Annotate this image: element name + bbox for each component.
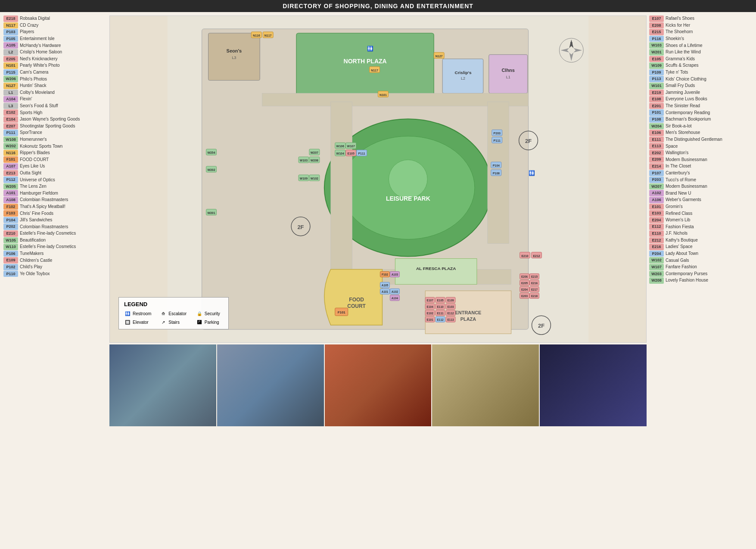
dir-badge: A104 xyxy=(3,96,18,102)
left-dir-item: W105Beautification xyxy=(3,237,107,244)
svg-text:W207: W207 xyxy=(311,151,318,154)
svg-text:AL FRESCA PLAZA: AL FRESCA PLAZA xyxy=(416,266,456,271)
dir-badge: E207 xyxy=(3,123,18,130)
dir-badge: E219 xyxy=(649,90,664,96)
legend-elevator-label: Elevator xyxy=(133,320,149,325)
dir-badge: E210 xyxy=(3,230,18,237)
svg-rect-5 xyxy=(296,33,434,102)
left-dir-item: P115Cam's Camera xyxy=(3,69,107,76)
dir-badge: W110 xyxy=(3,244,18,250)
dir-store-name: Gromin's xyxy=(666,204,683,210)
right-dir-item: A106Weber's Garments xyxy=(649,197,753,203)
right-dir-item: P116Shoekin's xyxy=(649,36,753,42)
dir-badge: L2 xyxy=(3,49,18,56)
left-dir-item: W108Homerunner's xyxy=(3,136,107,143)
dir-badge: E109 xyxy=(3,257,18,264)
left-dir-item: W205The Lens Zen xyxy=(3,183,107,190)
left-dir-item: W202Kokonutz Sports Town xyxy=(3,143,107,149)
svg-text:E210: E210 xyxy=(521,254,528,257)
dir-store-name: Robsaka Digital xyxy=(20,16,50,22)
svg-text:E102: E102 xyxy=(427,312,434,315)
svg-rect-20 xyxy=(331,102,352,273)
dir-badge: P106 xyxy=(3,251,18,257)
legend-box: LEGEND 🚻 Restroom ⟰ Escalator 🔒 Security xyxy=(118,297,229,329)
svg-point-16 xyxy=(389,160,427,199)
svg-text:P203: P203 xyxy=(494,132,501,135)
dir-badge: W208 xyxy=(649,277,664,284)
svg-text:E206: E206 xyxy=(521,275,528,278)
dir-store-name: Tyke n' Tots xyxy=(666,69,688,75)
dir-badge: A108 xyxy=(3,197,18,203)
dir-badge: E105 xyxy=(649,56,664,62)
svg-text:E112: E112 xyxy=(437,318,444,321)
right-dir-item: W203Contemporary Purses xyxy=(649,271,753,277)
dir-badge: P204 xyxy=(649,251,664,257)
right-dir-item: W101Small Fry Duds xyxy=(649,83,753,89)
svg-text:W104: W104 xyxy=(336,152,344,155)
dir-badge: E102 xyxy=(3,109,18,116)
right-dir-item: E111The Distinguished Gentleman xyxy=(649,136,753,143)
dir-badge: W205 xyxy=(3,183,18,190)
svg-text:NORTH PLAZA: NORTH PLAZA xyxy=(344,58,387,65)
dir-badge: E213 xyxy=(3,170,18,177)
restroom-icon: 🚻 xyxy=(124,310,131,317)
legend-escalator-label: Escalator xyxy=(168,311,187,316)
dir-badge: A107 xyxy=(3,163,18,170)
dir-badge: A101 xyxy=(3,190,18,196)
dir-store-name: Entertainment Isle xyxy=(20,36,55,42)
right-dir-item: E101Gromin's xyxy=(649,204,753,210)
dir-store-name: TuneMakers xyxy=(20,251,44,257)
svg-text:2F: 2F xyxy=(538,323,544,329)
right-dir-item: E214In The Closet xyxy=(649,163,753,170)
dir-badge: A106 xyxy=(649,197,664,203)
left-dir-item: E213Outta Sight xyxy=(3,170,107,177)
svg-text:W107: W107 xyxy=(347,145,355,148)
dir-badge: P115 xyxy=(3,69,18,76)
svg-text:E105: E105 xyxy=(437,299,444,302)
svg-text:E107: E107 xyxy=(427,299,434,302)
left-dir-item: E102Sports High xyxy=(3,109,107,116)
left-dir-item: L1Colby's Movieland xyxy=(3,90,107,96)
svg-text:🚻: 🚻 xyxy=(529,170,535,176)
dir-badge: F102 xyxy=(3,204,18,210)
right-dir-item: W103Shoes of a Lifetime xyxy=(649,42,753,49)
right-dir-item: E113Space xyxy=(649,143,753,149)
left-dir-item: P104Jill's Sandwiches xyxy=(3,217,107,223)
svg-text:W103: W103 xyxy=(300,159,308,162)
svg-text:LEISURE PARK: LEISURE PARK xyxy=(386,195,430,202)
dir-badge: E205 xyxy=(3,56,18,62)
dir-badge: E202 xyxy=(649,150,664,156)
dir-badge: P102 xyxy=(3,264,18,270)
svg-text:FOOD: FOOD xyxy=(349,297,364,303)
left-dir-item: N117CD Crazy xyxy=(3,22,107,29)
left-dir-item: E205Ned's Knicknackery xyxy=(3,56,107,62)
dir-store-name: Ripper's Blades xyxy=(20,150,50,156)
dir-badge: E106 xyxy=(649,130,664,136)
dir-store-name: That's A Spicy Meatball! xyxy=(20,204,65,210)
right-dir-item: E105Gramma's Kids xyxy=(649,56,753,62)
dir-badge: E101 xyxy=(649,204,664,210)
left-dir-item: E104Jason Wayne's Sporting Goods xyxy=(3,116,107,123)
left-dir-item: P105Entertainment Isle xyxy=(3,36,107,42)
dir-store-name: Modern Businessman xyxy=(666,183,707,189)
dir-badge: W204 xyxy=(649,123,664,130)
dir-store-name: Jill's Sandwiches xyxy=(20,217,52,223)
dir-badge: P203 xyxy=(649,177,664,183)
left-dir-item: P202Colombian Roastmasters xyxy=(3,223,107,230)
dir-badge: E110 xyxy=(649,230,664,237)
dir-badge: W109 xyxy=(649,62,664,69)
dir-badge: E104 xyxy=(3,116,18,123)
left-dir-item: N101Pearly White's Photo xyxy=(3,62,107,69)
dir-store-name: FOOD COURT xyxy=(20,157,49,163)
dir-badge: E201 xyxy=(649,103,664,109)
svg-text:E110: E110 xyxy=(437,305,444,308)
dir-store-name: Contemporary Purses xyxy=(666,271,707,277)
dir-badge: P113 xyxy=(649,76,664,82)
svg-text:N: N xyxy=(570,41,572,45)
legend-title: LEGEND xyxy=(124,301,223,307)
right-dir-item: E204Women's Lib xyxy=(649,217,753,223)
dir-badge: E212 xyxy=(649,237,664,244)
svg-text:W208: W208 xyxy=(311,159,318,162)
mall-photo-1 xyxy=(109,344,216,426)
svg-text:P111: P111 xyxy=(358,152,365,155)
